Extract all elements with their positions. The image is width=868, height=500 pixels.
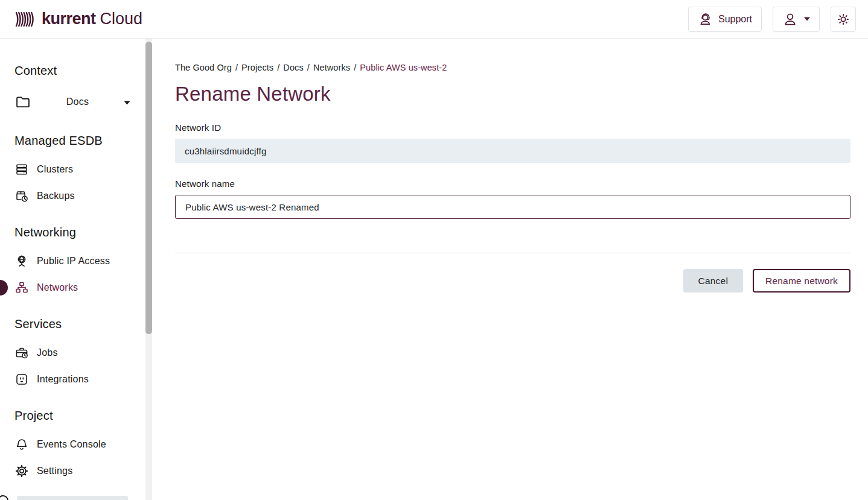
breadcrumb-link[interactable]: Projects [241,63,273,72]
breadcrumb-separator: / [304,63,313,72]
breadcrumb-separator: / [232,63,241,72]
sidebar-item-label: Events Console [37,439,106,450]
sidebar-item-label: Integrations [37,374,89,385]
clusters-icon [14,162,29,177]
partial-bottom-icon [0,495,8,500]
logo-wordmark: kurrentCloud [42,10,142,28]
sidebar-item-label: Public IP Access [37,256,110,267]
network-icon [14,280,29,295]
person-icon [782,11,798,27]
partial-bottom-panel [17,496,128,500]
sidebar-scrollbar-thumb[interactable] [145,42,152,334]
page-title: Rename Network [175,84,850,104]
sidebar-item-label: Jobs [37,347,58,358]
sidebar-item-integrations[interactable]: Integrations [14,372,133,387]
network-name-input[interactable] [175,195,850,219]
kurrent-stripes-icon [14,8,36,30]
breadcrumb-link[interactable]: The Good Org [175,63,232,72]
sidebar-section-networking: Networking [14,224,155,240]
globe-icon [14,254,29,268]
sidebar-item-networks[interactable]: Networks [14,280,133,296]
breadcrumb-separator: / [273,63,283,72]
breadcrumb-link[interactable]: Docs [283,63,303,72]
sidebar-item-label: Backups [37,191,75,201]
folder-icon [14,93,31,110]
sidebar-item-jobs[interactable]: Jobs [14,345,133,361]
support-icon [698,12,712,27]
outlet-icon [14,372,29,387]
sidebar-section-context: Context [14,63,155,78]
account-menu-button[interactable] [773,7,820,32]
sidebar-item-label: Clusters [37,164,73,175]
sidebar-item-events-console[interactable]: Events Console [14,437,133,452]
sidebar-item-public-ip-access[interactable]: Public IP Access [14,253,133,269]
breadcrumb-current: Public AWS us-west-2 [360,63,447,72]
network-id-field [175,139,850,163]
form-divider [175,253,850,253]
sidebar-item-label: Docs [39,97,116,107]
support-label: Support [718,14,752,25]
backups-icon [14,189,29,203]
breadcrumb-link[interactable]: Networks [313,63,350,72]
sun-icon [836,12,850,27]
network-name-label: Network name [175,179,850,189]
gear-icon [14,464,29,478]
support-button[interactable]: Support [688,7,762,32]
sidebar-nav: ContextDocsManaged ESDBClustersBackupsNe… [14,63,155,479]
cancel-button[interactable]: Cancel [683,269,743,293]
sidebar-item-clusters[interactable]: Clusters [14,162,133,177]
sidebar-item-label: Settings [37,466,72,476]
main-content: The Good Org/Projects/Docs/Networks/Publ… [155,39,868,500]
breadcrumb: The Good Org/Projects/Docs/Networks/Publ… [175,62,850,74]
sidebar-section-services: Services [14,316,155,332]
caret-down-icon [124,97,130,107]
rename-network-button[interactable]: Rename network [753,269,850,293]
jobs-icon [14,346,29,360]
sidebar-item-docs[interactable]: Docs [14,92,133,112]
bell-icon [14,437,29,452]
caret-down-icon [804,17,810,21]
network-id-label: Network ID [175,122,850,133]
sidebar-item-backups[interactable]: Backups [14,188,133,204]
breadcrumb-separator: / [350,63,360,72]
sidebar: ContextDocsManaged ESDBClustersBackupsNe… [0,39,155,500]
rename-network-form: Network ID Network name Cancel Rename ne… [175,122,850,293]
sidebar-item-settings[interactable]: Settings [14,463,133,479]
app-header: kurrentCloud Support [0,0,868,39]
kurrent-cloud-logo[interactable]: kurrentCloud [14,8,142,30]
sidebar-section-managed-esdb: Managed ESDB [14,133,155,148]
sidebar-section-project: Project [14,408,155,423]
sidebar-item-label: Networks [37,282,78,293]
theme-toggle-button[interactable] [831,7,856,32]
